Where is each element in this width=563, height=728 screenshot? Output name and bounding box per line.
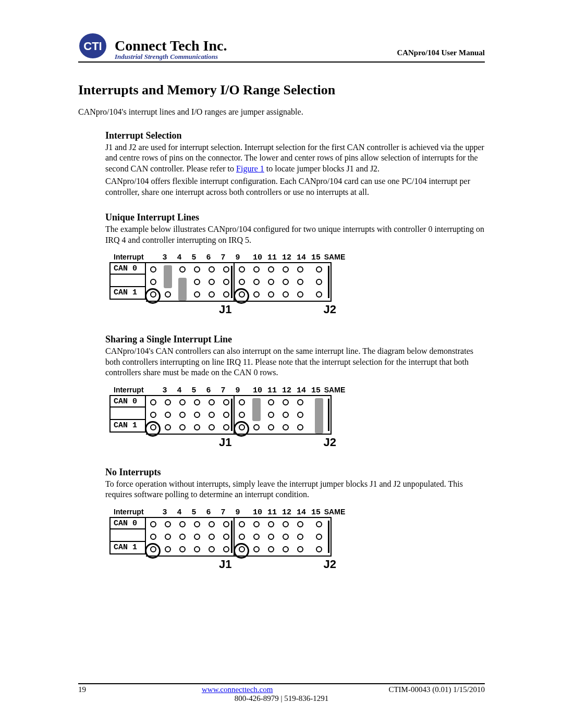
jumper-cap (178, 278, 187, 301)
diagram-col: 3 (157, 386, 172, 395)
diagram-col: 10 (250, 508, 265, 517)
diagram-row-can0: CAN 0 (109, 262, 146, 275)
jumper-pin (165, 424, 171, 430)
diagram-tag-j1: J1 (219, 558, 231, 571)
diagram-col-interrupt: Interrupt (109, 386, 157, 394)
footer-url-link[interactable]: www.connecttech.com (202, 685, 273, 694)
end-bar (231, 399, 232, 431)
diagram-col-same: SAME (323, 253, 346, 261)
diagram-col: 15 (309, 508, 323, 517)
jumper-pin (268, 534, 274, 540)
jumper-pin (316, 279, 322, 285)
diagram-col: 9 (230, 386, 245, 395)
diagram-col: 14 (294, 386, 309, 395)
end-bar (328, 266, 329, 298)
diagram-col-interrupt: Interrupt (109, 508, 157, 516)
diagram-row-can0: CAN 0 (109, 395, 146, 408)
jumper-pin (283, 424, 289, 430)
jumper-diagram-unique: Interrupt3456791011121415SAMECAN 0CAN 1J… (109, 253, 485, 316)
jumper-pin (253, 266, 260, 273)
jumper-pin (283, 412, 289, 418)
figure-1-link[interactable]: Figure 1 (236, 164, 264, 173)
diagram-col: 14 (294, 253, 309, 262)
jumper-pin (179, 521, 186, 527)
jumper-pin (297, 546, 303, 552)
jumper-pin (179, 534, 186, 540)
footer-divider (78, 683, 485, 684)
diagram-col: 6 (201, 508, 216, 517)
jumper-pin (283, 266, 289, 273)
svg-text:CTI: CTI (83, 40, 102, 53)
jumper-pin (297, 534, 303, 540)
diagram-row-can1: CAN 1 (109, 420, 146, 433)
jumper-diagram-sharing: Interrupt3456791011121415SAMECAN 0CAN 1J… (109, 386, 485, 449)
diagram-row-blank (109, 408, 146, 420)
jumper-pin (223, 399, 229, 405)
jumper-pin (268, 279, 274, 285)
footer-docnum: CTIM-00043 (0.01) 1/15/2010 (388, 685, 485, 694)
diagram-col: 5 (187, 386, 201, 395)
company-name: Connect Tech Inc. (115, 38, 227, 53)
jumper-pin (194, 424, 200, 430)
header-divider (78, 61, 485, 63)
jumper-pin (194, 546, 200, 552)
key-pin-marker (145, 543, 161, 559)
diagram-col: 3 (157, 253, 172, 262)
diagram-col: 11 (265, 508, 279, 517)
jumper-pin (179, 399, 186, 405)
end-bar (231, 521, 232, 553)
jumper-pin (239, 534, 245, 540)
sharing-interrupt-heading: Sharing a Single Interrupt Line (105, 334, 485, 345)
jumper-pin (150, 399, 156, 405)
diagram-row-blank (109, 529, 146, 542)
diagram-col: 14 (294, 508, 309, 517)
jumper-pin (194, 412, 200, 418)
key-pin-marker (145, 421, 161, 437)
diagram-col: 12 (279, 508, 294, 517)
jumper-pin (283, 399, 289, 405)
jumper-pin (239, 399, 245, 405)
diagram-tag-j1: J1 (219, 303, 231, 316)
diagram-col: 4 (172, 386, 187, 395)
jumper-pin (209, 412, 215, 418)
jumper-pin (209, 279, 215, 285)
diagram-col: 6 (201, 253, 216, 262)
jumper-pin (194, 279, 200, 285)
diagram-col: 7 (216, 253, 230, 262)
jumper-pin (179, 546, 186, 552)
jumper-pin (253, 521, 260, 527)
jumper-pin (223, 412, 229, 418)
jumper-pin (268, 266, 274, 273)
jumper-pin (283, 546, 289, 552)
diagram-tag-j2: J2 (323, 558, 336, 571)
jumper-pin (268, 546, 274, 552)
diagram-tag-j1: J1 (219, 436, 231, 449)
jumper-pin (209, 424, 215, 430)
jumper-pin (297, 424, 303, 430)
jumper-pin (297, 291, 303, 298)
jumper-pin (150, 521, 156, 527)
jumper-pin (150, 266, 156, 273)
diagram-col: 4 (172, 253, 187, 262)
jumper-pin (316, 521, 322, 527)
jumper-pin (283, 279, 289, 285)
jumper-pin (223, 291, 229, 298)
jumper-pin (209, 521, 215, 527)
diagram-col: 4 (172, 508, 187, 517)
jumper-pin (165, 521, 171, 527)
key-pin-marker (234, 543, 249, 559)
jumper-pin (268, 291, 274, 298)
jumper-pin (209, 534, 215, 540)
jumper-pin (253, 534, 260, 540)
jumper-pin (297, 412, 303, 418)
diagram-col: 6 (201, 386, 216, 395)
diagram-tag-j2: J2 (323, 436, 336, 449)
company-tagline: Industrial Strength Communications (115, 53, 227, 60)
end-bar (231, 266, 232, 298)
footer-phones: 800-426-8979 | 519-836-1291 (78, 694, 485, 703)
jumper-pin (165, 546, 171, 552)
jumper-pin (297, 521, 303, 527)
doc-title: CANpro/104 User Manual (397, 48, 485, 60)
unique-interrupt-p: The example below illustrates CANpro/104… (105, 224, 485, 245)
diagram-col: 12 (279, 386, 294, 395)
